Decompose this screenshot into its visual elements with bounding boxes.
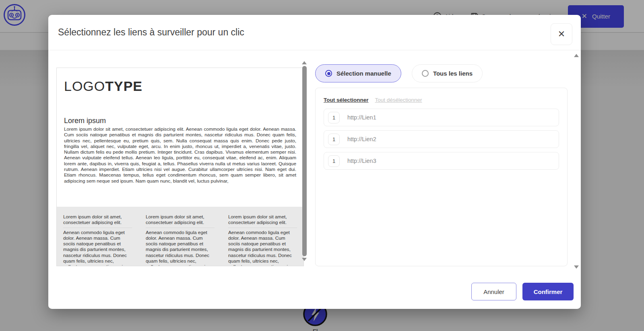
preview-column: Lorem ipsum dolor sit amet, consectetuer… (146, 214, 215, 266)
scroll-up-icon[interactable] (302, 61, 307, 64)
select-all-link[interactable]: Tout sélectionner (324, 97, 369, 103)
preview-column: Lorem ipsum dolor sit amet, consectetuer… (228, 214, 297, 266)
preview-column-intro: Lorem ipsum dolor sit amet, consectetuer… (146, 214, 215, 228)
links-panel: Tout sélectionner Tout désélectionner 1 … (315, 88, 568, 266)
radio-checked-icon (325, 70, 332, 77)
preview-scrollbar[interactable] (301, 61, 307, 267)
dialog-header: Sélectionnez les liens à surveiller pour… (48, 15, 581, 50)
preview-paragraph: Lorem ipsum dolor sit amet, consectetuer… (64, 126, 296, 184)
preview-column-body: Aenean commodo ligula eget dolor. Aenean… (228, 230, 297, 266)
selection-mode-group: Sélection manuelle Tous les liens (315, 64, 483, 82)
radio-unchecked-icon (422, 70, 429, 77)
link-count-badge: 1 (328, 155, 340, 167)
scrollbar-thumb[interactable] (302, 66, 307, 256)
close-button[interactable]: ✕ (551, 23, 572, 45)
scroll-down-icon[interactable] (302, 258, 307, 261)
email-preview-content: LOGOTYPE Lorem ipsum Lorem ipsum dolor s… (57, 68, 303, 184)
logotype-bold: TYPE (105, 78, 142, 94)
link-list-item[interactable]: 1 http://Lien1 (324, 109, 559, 126)
dialog-title: Sélectionnez les liens à surveiller pour… (58, 27, 244, 38)
close-icon: ✕ (558, 29, 565, 39)
all-links-radio[interactable]: Tous les liens (412, 64, 483, 82)
email-preview-pane: LOGOTYPE Lorem ipsum Lorem ipsum dolor s… (56, 68, 304, 266)
dialog-footer: Annuler Confirmer (48, 278, 581, 309)
link-list-item[interactable]: 1 http://Lien2 (324, 130, 559, 148)
link-count-badge: 1 (328, 112, 340, 123)
link-selection-dialog: Sélectionnez les liens à surveiller pour… (48, 15, 581, 309)
preview-logotype: LOGOTYPE (64, 78, 296, 94)
link-url: http://Lien1 (347, 114, 376, 121)
link-url: http://Lien2 (347, 136, 376, 142)
confirm-button[interactable]: Confirmer (522, 283, 574, 300)
deselect-all-link[interactable]: Tout désélectionner (375, 97, 422, 103)
manual-selection-label: Sélection manuelle (336, 70, 391, 77)
dialog-scroll-down-icon[interactable] (574, 265, 579, 269)
links-bulk-actions: Tout sélectionner Tout désélectionner (316, 88, 567, 109)
preview-column-body: Aenean commodo ligula eget dolor. Aenean… (63, 230, 132, 266)
preview-column-body: Aenean commodo ligula eget dolor. Aenean… (146, 230, 215, 266)
manual-selection-radio[interactable]: Sélection manuelle (315, 64, 401, 82)
cancel-button[interactable]: Annuler (471, 283, 516, 300)
dialog-body: LOGOTYPE Lorem ipsum Lorem ipsum dolor s… (48, 50, 581, 309)
preview-column: Lorem ipsum dolor sit amet, consectetuer… (63, 214, 132, 266)
preview-column-intro: Lorem ipsum dolor sit amet, consectetuer… (228, 214, 297, 228)
preview-column-intro: Lorem ipsum dolor sit amet, consectetuer… (63, 214, 132, 228)
dialog-scroll-up-icon[interactable] (574, 54, 579, 57)
link-url: http://Lien3 (347, 158, 376, 164)
preview-heading: Lorem ipsum (64, 117, 296, 125)
link-list-item[interactable]: 1 http://Lien3 (324, 152, 559, 170)
all-links-label: Tous les liens (433, 70, 473, 77)
preview-footer-section: Lorem ipsum dolor sit amet, consectetuer… (57, 207, 303, 266)
link-count-badge: 1 (328, 134, 340, 145)
logotype-regular: LOGO (64, 78, 105, 94)
